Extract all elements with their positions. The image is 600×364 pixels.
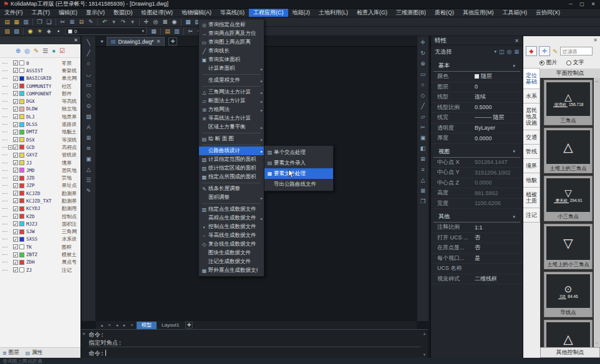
menu-item[interactable]: ▪ 控制点生成数据文件 — [199, 223, 264, 231]
layer-row[interactable]: + ✓ 0 零层 — [2, 59, 80, 67]
property-value[interactable]: 否 — [475, 234, 516, 242]
minimize-button[interactable]: ─ — [565, 0, 576, 8]
modify-fill-icon[interactable]: ◧ — [418, 144, 428, 152]
symbol-cell[interactable]: 土堆上的小三角点 — [544, 224, 593, 269]
layer-on-icon[interactable]: ◉ — [26, 27, 35, 36]
layer-row[interactable]: + ✓ JZP 界址点 — [2, 182, 80, 189]
section-collapse-icon[interactable]: ▾ — [513, 214, 515, 219]
menu-item[interactable]: 公路曲线设计 ▸ — [199, 146, 264, 155]
symbol-scrollbar[interactable]: ︿ ﹀ — [594, 78, 600, 347]
tab-list-dropdown-icon[interactable]: ▼ — [100, 39, 104, 44]
command-input-line[interactable]: 命令: — [89, 349, 420, 357]
modify-layers-icon[interactable]: ≡ — [418, 165, 428, 173]
submenu-item[interactable]: ▤ 要素文件录入 — [264, 158, 333, 168]
layer-row[interactable]: + ✓ JZD 宗地 — [2, 174, 80, 181]
menubar-item[interactable]: 工具箱(H) — [498, 9, 532, 17]
new-file-icon[interactable]: ▤ — [2, 18, 12, 26]
layer-visibility-checkbox[interactable]: ✓ — [13, 68, 18, 73]
layout-tab[interactable]: Layout1 — [157, 322, 184, 329]
save-icon[interactable]: ▥ — [21, 18, 31, 26]
layer-visibility-checkbox[interactable]: ✓ — [13, 122, 18, 127]
menu-item[interactable]: 图块生成数据文件 — [199, 249, 264, 257]
menubar-item[interactable]: 文件(F) — [0, 9, 27, 17]
layer-color-swatch[interactable] — [19, 130, 24, 135]
layer-manager-icon[interactable]: ▦ — [183, 18, 193, 26]
symbol-cell[interactable]: 张湾岭 156.718 三角点 — [544, 80, 593, 125]
cut-icon[interactable]: ✂ — [58, 18, 67, 26]
divider[interactable] — [54, 18, 58, 26]
draw-arc-icon[interactable]: ◡ — [84, 70, 94, 78]
submenu-item[interactable]: 导出公路曲线文件 — [264, 179, 333, 189]
display-icon[interactable]: ▥ — [172, 27, 181, 36]
add-layer-icon[interactable]: ⊕ — [16, 47, 21, 54]
menubar-item[interactable]: 工程应用(C) — [249, 9, 288, 17]
layer-row[interactable]: + ✓ ZDH 展点号 — [2, 259, 80, 266]
draw-triangle-icon[interactable]: △ — [84, 165, 94, 173]
layer-visibility-checkbox[interactable]: ✓ — [13, 221, 18, 226]
layer-color-swatch[interactable] — [19, 68, 24, 73]
menu-item[interactable]: ✎ 线条长度调整 — [199, 184, 264, 193]
layout-nav-button[interactable]: » — [128, 323, 135, 328]
layer-color-swatch[interactable] — [19, 145, 24, 150]
add-layout-button[interactable]: ✚ — [185, 322, 193, 328]
menu-item[interactable]: ▣ 查询实体面积 — [199, 55, 264, 64]
menu-item[interactable]: ▨ 统计指定区域的面积 — [199, 164, 264, 173]
modify-erase-icon[interactable]: ⊠ — [418, 186, 428, 194]
menu-item[interactable]: ◇ 复合线生成数据文件 — [199, 240, 264, 249]
layer-row[interactable]: + ✓ GXYZ 管线设 — [2, 151, 80, 159]
menubar-item[interactable]: 地物编辑(A) — [177, 9, 216, 17]
layer-visibility-checkbox[interactable]: ✓ — [13, 237, 18, 242]
selection-dropdown-icon[interactable]: ▾ — [495, 49, 497, 54]
draw-line-icon[interactable]: ╲ — [84, 38, 94, 46]
layer-visibility-checkbox[interactable]: ✓ — [13, 76, 18, 81]
property-value[interactable]: 1100.6206 — [475, 200, 516, 206]
document-tab-close-icon[interactable]: ✕ — [157, 39, 161, 44]
layer-row[interactable]: + ✓ COMMUNITY 社区 — [2, 82, 80, 90]
layer-color-swatch[interactable] — [19, 153, 24, 158]
clip-icon[interactable]: ✂ — [186, 27, 195, 36]
zoom-realtime-icon[interactable]: ◎ — [151, 18, 160, 26]
menu-item[interactable]: 计算表面积 ▸ — [199, 64, 264, 73]
divider[interactable] — [95, 18, 100, 26]
draw-pline-icon[interactable]: ╱ — [84, 49, 94, 57]
scroll-up-icon[interactable]: ︿ — [595, 79, 599, 84]
open-file-icon[interactable]: ▦ — [12, 18, 21, 26]
redo-dropdown-icon[interactable]: ▾ — [128, 18, 137, 26]
expand-icon[interactable]: + — [8, 145, 12, 150]
command-scrollbar[interactable]: ▲ ▼ — [422, 331, 427, 357]
add-symbol-button[interactable]: ✛ — [539, 46, 550, 56]
layer-row[interactable]: + ✓ DLDW 独立地 — [2, 105, 80, 113]
layer-color-swatch[interactable] — [19, 267, 24, 272]
layer-check-icon[interactable]: ☑ — [59, 47, 65, 54]
divider[interactable] — [21, 27, 26, 36]
layer-visibility-checkbox[interactable]: ✓ — [13, 107, 18, 112]
symbol-category-tab[interactable]: 居民地及设施 — [523, 103, 540, 130]
symbol-cell[interactable]: 土堆上的三角点 — [544, 128, 593, 173]
menubar-item[interactable]: 显示(V) — [82, 9, 109, 17]
command-window[interactable]: ✕ 命令: 指定对角点: 命令: ▲ ▼ — [81, 329, 428, 358]
draw-point-icon[interactable]: ⊙ — [84, 102, 94, 110]
layer-row[interactable]: + ✓ DSX 等深线 — [2, 136, 80, 143]
modify-array-icon[interactable]: ⊞ — [418, 155, 428, 163]
symbol-cell[interactable] — [544, 320, 593, 347]
layer-row[interactable]: + ✓ GCD 高程点 — [2, 143, 80, 151]
menu-item[interactable]: ▫ 等高线生成数据文件 — [199, 231, 264, 240]
draw-hatch-icon[interactable]: ▨ — [84, 112, 94, 120]
layer-row[interactable]: + ✓ ZBTZ 植被土 — [2, 251, 80, 258]
layer-row[interactable]: + ✓ KZD 控制点 — [2, 213, 80, 220]
divider[interactable] — [158, 27, 163, 36]
submenu-item[interactable]: ▨ 单个交点处理 — [264, 147, 333, 158]
layer-visibility-checkbox[interactable]: ✓ — [13, 267, 18, 272]
pan-icon[interactable]: ✛ — [142, 18, 151, 26]
folder-icon[interactable]: ▤ — [163, 27, 172, 36]
modify-move-icon[interactable]: ✛ — [418, 38, 428, 46]
modify-mirror-icon[interactable]: ◇ — [418, 91, 428, 99]
property-value[interactable]: 3151206.1002 — [475, 170, 516, 176]
layer-thaw-icon[interactable]: ☀ — [35, 27, 44, 36]
maximize-button[interactable]: ▢ — [576, 0, 588, 8]
property-value[interactable]: 二维线框 — [475, 275, 516, 283]
layer-row[interactable]: + ✓ KCJZD 勘测界 — [2, 189, 80, 197]
menubar-item[interactable]: 质检(Q) — [430, 9, 458, 17]
property-value[interactable]: 0.0000 — [475, 135, 516, 141]
current-layer-combo[interactable]: 0 ▾ — [65, 27, 147, 35]
